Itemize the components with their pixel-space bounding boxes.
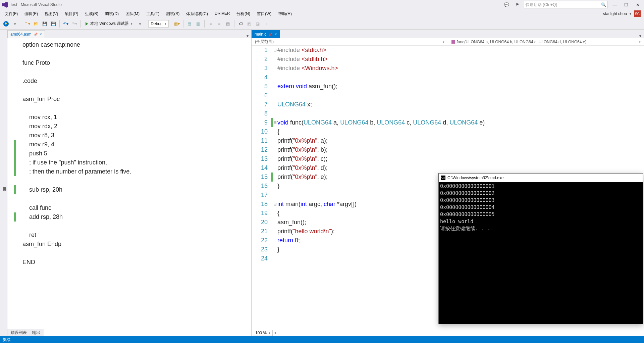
tab-main-c[interactable]: main.c 📌 ×	[252, 30, 280, 38]
code-line[interactable]: ; then the number of parameter is five.	[22, 167, 131, 176]
code-line[interactable]: call func	[22, 203, 131, 212]
code-line[interactable]: #include <Windows.h>	[277, 64, 644, 73]
code-line[interactable]: printf("0x%p\n", d);	[277, 163, 644, 173]
menu-item[interactable]: 文件(F)	[1, 10, 21, 18]
code-line[interactable]	[22, 194, 131, 203]
code-line[interactable]: void func(ULONG64 a, ULONG64 b, ULONG64 …	[277, 118, 644, 127]
quick-launch-input[interactable]: 快速启动 (Ctrl+Q) 🔍	[524, 1, 608, 8]
pin-icon[interactable]: 📌	[268, 33, 272, 36]
left-editor[interactable]: option casemap:none func Proto .code asm…	[7, 38, 251, 329]
toolbar-icon-4[interactable]: ≡	[207, 20, 215, 28]
code-line[interactable]: extern void asm_fun();	[277, 82, 644, 91]
code-line[interactable]	[22, 67, 131, 77]
zoom-combo[interactable]: 100 %▾	[253, 330, 273, 336]
close-button[interactable]: ✕	[633, 1, 642, 8]
code-line[interactable]: .code	[22, 77, 131, 86]
fold-toggle[interactable]: ⊟	[273, 46, 277, 55]
chevron-down-icon[interactable]: ▼	[629, 12, 632, 15]
start-debug-button[interactable]: 本地 Windows 调试器 ▾	[83, 20, 135, 28]
toolbar-icon-5[interactable]: ≡	[215, 20, 223, 28]
code-line[interactable]: sub rsp, 20h	[22, 185, 131, 194]
code-line[interactable]: mov rdx, 2	[22, 122, 131, 131]
toolbar-icon-3[interactable]: ▥	[194, 20, 202, 28]
menu-item[interactable]: 工具(T)	[143, 10, 163, 18]
code-line[interactable]: #include <stdlib.h>	[277, 55, 644, 64]
close-icon[interactable]: ×	[40, 32, 42, 37]
code-line[interactable]: #include <stdio.h>	[277, 46, 644, 55]
code-line[interactable]: add rsp, 28h	[22, 212, 131, 222]
code-line[interactable]: mov r8, 3	[22, 131, 131, 140]
fold-toggle[interactable]: ⊟	[273, 118, 277, 127]
code-line[interactable]: func Proto	[22, 58, 131, 67]
solution-explorer-tab[interactable]: 解决方案资源管理器	[0, 30, 7, 336]
code-line[interactable]	[22, 222, 131, 231]
nav-back-button[interactable]	[2, 20, 10, 28]
code-line[interactable]	[22, 49, 131, 58]
undo-button[interactable]: ↶▾	[62, 20, 70, 28]
new-item-button[interactable]: 🗋▾	[23, 20, 31, 28]
code-line[interactable]: mov rcx, 1	[22, 113, 131, 122]
flag-icon[interactable]: ⚑	[513, 1, 521, 8]
menu-item[interactable]: 体系结构(C)	[183, 10, 211, 18]
code-line[interactable]: option casemap:none	[22, 40, 131, 49]
code-line[interactable]	[22, 86, 131, 95]
config-combo[interactable]: Debug▾	[148, 20, 168, 28]
code-line[interactable]	[22, 176, 131, 185]
save-all-button[interactable]: 💾	[49, 20, 57, 28]
code-line[interactable]: ret	[22, 231, 131, 240]
code-line[interactable]	[22, 104, 131, 113]
menu-item[interactable]: 调试(D)	[102, 10, 122, 18]
nav-forward-button[interactable]: ▾	[11, 20, 19, 28]
code-line[interactable]	[277, 73, 644, 82]
menu-item[interactable]: 生成(B)	[82, 10, 102, 18]
code-line[interactable]	[277, 91, 644, 100]
scroll-left-icon[interactable]: ◂	[274, 331, 276, 335]
code-line[interactable]: mov r9, 4	[22, 140, 131, 149]
menu-item[interactable]: 视图(V)	[41, 10, 61, 18]
code-line[interactable]: asm_fun Proc	[22, 95, 131, 104]
tab-overflow-button[interactable]: ▾	[637, 34, 644, 38]
debug-target-dropdown[interactable]: ▾	[136, 20, 144, 28]
redo-button[interactable]: ↷▾	[70, 20, 78, 28]
open-button[interactable]: 📂	[32, 20, 40, 28]
bookmark-icon[interactable]: 🏷	[236, 20, 245, 28]
toolbar-icon-8[interactable]: ◪	[254, 20, 262, 28]
code-line[interactable]	[22, 249, 131, 258]
output-tab[interactable]: 输出	[32, 330, 40, 336]
feedback-icon[interactable]: 💬	[502, 1, 511, 8]
pin-icon[interactable]: 📌	[34, 33, 38, 36]
close-icon[interactable]: ×	[274, 32, 277, 37]
console-titlebar[interactable]: C:\ C:\Windows\system32\cmd.exe	[439, 174, 643, 182]
toolbar-icon-1[interactable]: ▦▾	[173, 20, 181, 28]
user-avatar[interactable]: SC	[634, 10, 641, 17]
menu-item[interactable]: DRIVER	[211, 10, 233, 18]
code-line[interactable]: END	[22, 258, 131, 267]
toolbar-icon-2[interactable]: ▤	[185, 20, 194, 28]
code-line[interactable]: push 5	[22, 149, 131, 158]
scope-combo[interactable]: (全局范围)▾	[252, 39, 448, 45]
minimize-button[interactable]: —	[610, 1, 619, 8]
menu-item[interactable]: 项目(P)	[61, 10, 82, 18]
toolbar-icon-7[interactable]: ◩	[245, 20, 253, 28]
tab-amd64-asm[interactable]: amd64.asm 📌 ×	[7, 30, 45, 38]
code-line[interactable]	[277, 109, 644, 118]
member-combo[interactable]: func(ULONG64 a, ULONG64 b, ULONG64 c, UL…	[448, 40, 644, 44]
maximize-button[interactable]: ☐	[622, 1, 631, 8]
menu-item[interactable]: 分析(N)	[233, 10, 254, 18]
code-line[interactable]: printf("0x%p\n", a);	[277, 136, 644, 145]
tab-overflow-button[interactable]: ▾	[244, 34, 251, 38]
error-list-tab[interactable]: 错误列表	[11, 330, 27, 336]
code-line[interactable]: printf("0x%p\n", b);	[277, 145, 644, 154]
code-line[interactable]: {	[277, 127, 644, 136]
code-line[interactable]: ; if use the "push" instruction,	[22, 158, 131, 167]
toolbar-icon-9[interactable]: ▫	[263, 20, 271, 28]
menu-item[interactable]: 窗口(W)	[254, 10, 275, 18]
menu-item[interactable]: 团队(M)	[122, 10, 143, 18]
console-window[interactable]: C:\ C:\Windows\system32\cmd.exe 0x000000…	[438, 173, 643, 324]
code-line[interactable]: asm_fun Endp	[22, 240, 131, 249]
menu-item[interactable]: 帮助(H)	[275, 10, 295, 18]
code-line[interactable]: printf("0x%p\n", c);	[277, 154, 644, 163]
menu-item[interactable]: 测试(S)	[163, 10, 183, 18]
menu-item[interactable]: 编辑(E)	[21, 10, 41, 18]
toolbar-icon-6[interactable]: ▤	[224, 20, 232, 28]
